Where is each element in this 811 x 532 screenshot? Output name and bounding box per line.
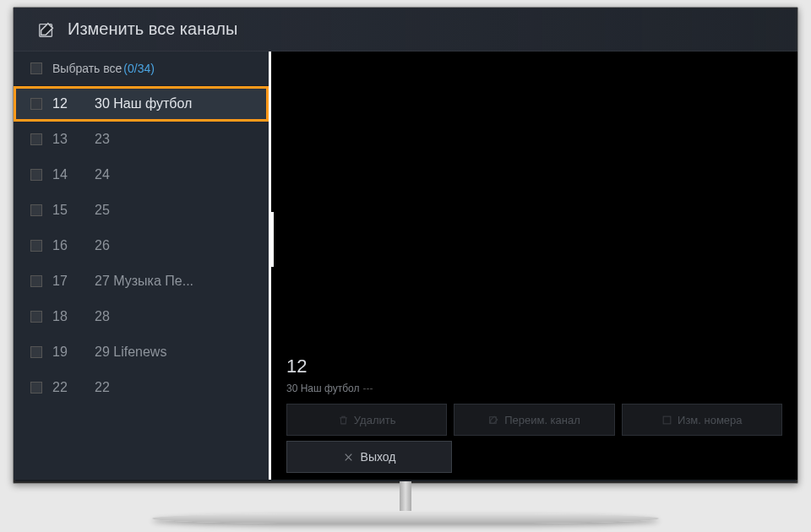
exit-button[interactable]: Выход (286, 441, 452, 473)
channel-checkbox[interactable] (30, 169, 42, 181)
edit-icon (37, 20, 56, 39)
channel-number: 14 (52, 167, 95, 182)
select-all-row[interactable]: Выбрать все (0/34) (14, 52, 269, 86)
channel-info: 12 30 Наш футбол --- (286, 356, 782, 394)
channel-number: 15 (52, 203, 95, 218)
page-title: Изменить все каналы (68, 19, 237, 39)
info-channel-name: 30 Наш футбол --- (286, 383, 782, 394)
channel-row[interactable]: 2222 (14, 370, 269, 405)
rename-button[interactable]: Переим. канал (454, 404, 614, 436)
channel-name: 24 (95, 167, 110, 182)
select-all-checkbox[interactable] (30, 62, 42, 74)
close-icon (343, 452, 354, 463)
channel-name: 27 Музыка Пе... (95, 274, 193, 289)
channel-name: 22 (95, 380, 110, 395)
channel-checkbox[interactable] (30, 382, 42, 394)
channel-checkbox[interactable] (30, 346, 42, 358)
channel-name: 30 Наш футбол (95, 96, 192, 111)
channel-checkbox[interactable] (30, 204, 42, 216)
channel-name: 26 (95, 238, 110, 253)
channel-row[interactable]: 1525 (14, 193, 269, 228)
page-header: Изменить все каналы (14, 8, 797, 52)
channel-row[interactable]: 1929 Lifenews (14, 334, 269, 370)
channel-number: 19 (52, 345, 95, 360)
channel-row[interactable]: 1727 Музыка Пе... (14, 263, 269, 299)
channel-checkbox[interactable] (30, 275, 42, 287)
channel-name: 29 Lifenews (95, 345, 166, 360)
channel-row[interactable]: 1626 (14, 228, 269, 263)
tv-stand (152, 481, 659, 524)
channel-number: 12 (52, 96, 95, 111)
trash-icon (338, 415, 349, 426)
delete-button[interactable]: Удалить (286, 404, 447, 436)
channel-row[interactable]: 1828 (14, 299, 269, 334)
scroll-indicator (271, 212, 274, 267)
info-channel-number: 12 (286, 356, 782, 377)
renumber-button[interactable]: Изм. номера (622, 404, 782, 436)
channel-name: 25 (95, 203, 110, 218)
edit-small-icon (488, 415, 499, 426)
channel-row[interactable]: 1323 (14, 122, 269, 157)
channel-number: 16 (52, 238, 95, 253)
action-buttons: Удалить Переим. канал Изм. номера (286, 404, 782, 436)
renumber-icon (661, 415, 672, 426)
channel-number: 22 (52, 380, 95, 395)
channel-checkbox[interactable] (30, 311, 42, 323)
channel-row[interactable]: 1424 (14, 157, 269, 193)
channel-number: 13 (52, 132, 95, 147)
tv-screen: Изменить все каналы Выбрать все (0/34) 1… (13, 7, 798, 484)
channel-list[interactable]: 1230 Наш футбол13231424152516261727 Музы… (14, 86, 269, 480)
channel-checkbox[interactable] (30, 98, 42, 110)
selection-count: (0/34) (123, 62, 155, 75)
channel-sidebar: Выбрать все (0/34) 1230 Наш футбол132314… (14, 52, 269, 480)
channel-checkbox[interactable] (30, 240, 42, 252)
svg-rect-2 (663, 416, 671, 424)
channel-name: 28 (95, 309, 110, 324)
select-all-label: Выбрать все (52, 62, 122, 75)
channel-number: 17 (52, 274, 95, 289)
channel-checkbox[interactable] (30, 133, 42, 145)
channel-number: 18 (52, 309, 95, 324)
channel-row[interactable]: 1230 Наш футбол (14, 86, 269, 122)
preview-pane: 12 30 Наш футбол --- Удалить (269, 52, 797, 480)
channel-name: 23 (95, 132, 110, 147)
